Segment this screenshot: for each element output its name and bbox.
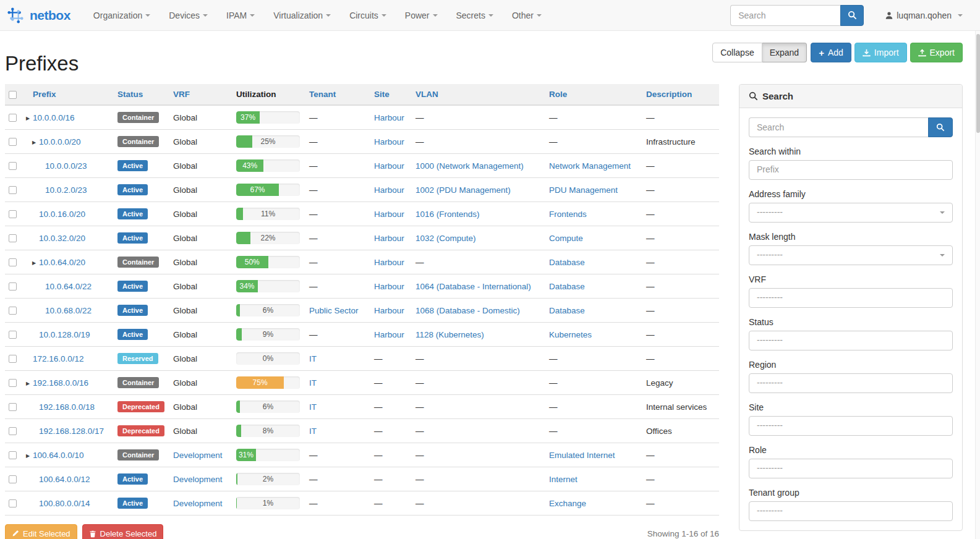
role-link[interactable]: Database (549, 306, 585, 315)
prefix-link[interactable]: 10.0.16.0/20 (39, 210, 85, 219)
role-link[interactable]: Emulated Internet (549, 451, 615, 460)
field-select[interactable]: --------- (749, 501, 953, 521)
row-checkbox[interactable] (9, 475, 17, 483)
role-link[interactable]: Database (549, 258, 585, 267)
role-link[interactable]: Internet (549, 475, 577, 484)
field-input[interactable]: Prefix (749, 160, 953, 180)
site-link[interactable]: Harbour (374, 185, 404, 195)
nav-menu-power[interactable]: Power (396, 1, 447, 30)
collapse-button[interactable]: Collapse (712, 43, 762, 62)
column-header-tenant[interactable]: Tenant (309, 90, 336, 99)
column-header-status[interactable]: Status (117, 90, 143, 99)
row-checkbox[interactable] (9, 138, 17, 146)
vlan-link[interactable]: 1128 (Kubernetes) (415, 330, 484, 339)
row-checkbox[interactable] (9, 162, 17, 170)
site-link[interactable]: Harbour (374, 113, 404, 122)
nav-menu-circuits[interactable]: Circuits (340, 1, 396, 30)
vlan-link[interactable]: 1016 (Frontends) (415, 210, 480, 219)
vlan-link[interactable]: 1032 (Compute) (415, 234, 476, 243)
field-select[interactable]: --------- (749, 245, 953, 265)
role-link[interactable]: PDU Management (549, 185, 618, 195)
prefix-link[interactable]: 192.168.128.0/17 (39, 427, 104, 436)
vrf-link[interactable]: Development (173, 499, 223, 508)
delete-selected-button[interactable]: Delete Selected (82, 524, 164, 539)
site-link[interactable]: Harbour (374, 234, 404, 243)
select-all-checkbox[interactable] (9, 91, 17, 99)
prefix-link[interactable]: 10.0.32.0/20 (39, 234, 85, 243)
site-link[interactable]: Harbour (374, 258, 404, 267)
prefix-link[interactable]: 10.0.0.0/20 (39, 137, 81, 146)
nav-menu-devices[interactable]: Devices (160, 1, 217, 30)
prefix-link[interactable]: 10.0.0.0/23 (45, 161, 87, 171)
vlan-link[interactable]: 1000 (Network Management) (415, 161, 524, 171)
nav-menu-ipam[interactable]: IPAM (217, 1, 264, 30)
vrf-link[interactable]: Development (173, 475, 223, 484)
user-menu[interactable]: luqman.qohen (885, 11, 963, 20)
column-header-prefix[interactable]: Prefix (33, 90, 56, 99)
row-checkbox[interactable] (9, 451, 17, 459)
triangle-right-icon[interactable]: ▶ (32, 140, 39, 145)
navbar-search-input[interactable] (730, 5, 840, 26)
row-checkbox[interactable] (9, 210, 17, 218)
row-checkbox[interactable] (9, 282, 17, 291)
prefix-link[interactable]: 10.0.68.0/22 (45, 306, 92, 315)
prefix-link[interactable]: 172.16.0.0/12 (33, 354, 84, 363)
site-link[interactable]: Harbour (374, 161, 404, 171)
column-header-vrf[interactable]: VRF (173, 90, 190, 99)
nav-menu-secrets[interactable]: Secrets (447, 1, 503, 30)
row-checkbox[interactable] (9, 234, 17, 242)
column-header-description[interactable]: Description (646, 90, 692, 99)
role-link[interactable]: Database (549, 282, 585, 291)
filter-search-button[interactable] (928, 117, 953, 137)
row-checkbox[interactable] (9, 307, 17, 315)
field-select[interactable]: --------- (749, 459, 953, 478)
field-select[interactable]: --------- (749, 203, 953, 223)
role-link[interactable]: Exchange (549, 499, 586, 508)
triangle-right-icon[interactable]: ▶ (26, 453, 33, 459)
scrollbar-thumb[interactable] (976, 34, 980, 133)
site-link[interactable]: Harbour (374, 210, 404, 219)
row-checkbox[interactable] (9, 379, 17, 387)
field-select[interactable]: --------- (749, 373, 953, 393)
prefix-link[interactable]: 100.80.0.0/14 (39, 499, 90, 508)
tenant-link[interactable]: IT (309, 378, 317, 388)
prefix-link[interactable]: 10.0.128.0/19 (39, 330, 90, 339)
row-checkbox[interactable] (9, 186, 17, 194)
site-link[interactable]: Harbour (374, 282, 404, 291)
prefix-link[interactable]: 10.0.64.0/20 (39, 258, 85, 267)
add-button[interactable]: + Add (811, 43, 851, 62)
filter-search-input[interactable] (749, 117, 928, 137)
site-link[interactable]: Harbour (374, 137, 404, 146)
prefix-link[interactable]: 192.168.0.0/16 (33, 378, 88, 388)
row-checkbox[interactable] (9, 114, 17, 122)
prefix-link[interactable]: 100.64.0.0/12 (39, 475, 90, 484)
prefix-link[interactable]: 10.0.64.0/22 (45, 282, 92, 291)
prefix-link[interactable]: 10.0.0.0/16 (33, 113, 75, 122)
prefix-link[interactable]: 192.168.0.0/18 (39, 402, 95, 412)
field-select[interactable]: --------- (749, 331, 953, 350)
netbox-logo[interactable]: netbox (6, 6, 70, 25)
row-checkbox[interactable] (9, 331, 17, 339)
tenant-link[interactable]: Public Sector (309, 306, 359, 315)
triangle-right-icon[interactable]: ▶ (26, 381, 33, 386)
navbar-search-button[interactable] (840, 5, 864, 26)
import-button[interactable]: Import (854, 43, 907, 62)
vlan-link[interactable]: 1068 (Database - Domestic) (415, 306, 520, 315)
triangle-right-icon[interactable]: ▶ (32, 260, 39, 266)
row-checkbox[interactable] (9, 499, 17, 507)
prefix-link[interactable]: 100.64.0.0/10 (33, 451, 84, 460)
tenant-link[interactable]: IT (309, 427, 317, 436)
row-checkbox[interactable] (9, 427, 17, 435)
tenant-link[interactable]: IT (309, 402, 317, 412)
tenant-link[interactable]: IT (309, 354, 317, 363)
column-header-vlan[interactable]: VLAN (415, 90, 438, 99)
row-checkbox[interactable] (9, 355, 17, 363)
column-header-site[interactable]: Site (374, 90, 390, 99)
role-link[interactable]: Network Management (549, 161, 631, 171)
field-select[interactable]: --------- (749, 288, 953, 308)
row-checkbox[interactable] (9, 258, 17, 266)
vlan-link[interactable]: 1064 (Database - International) (415, 282, 531, 291)
prefix-link[interactable]: 10.0.2.0/23 (45, 185, 87, 195)
nav-menu-virtualization[interactable]: Virtualization (264, 1, 340, 30)
row-checkbox[interactable] (9, 403, 17, 411)
